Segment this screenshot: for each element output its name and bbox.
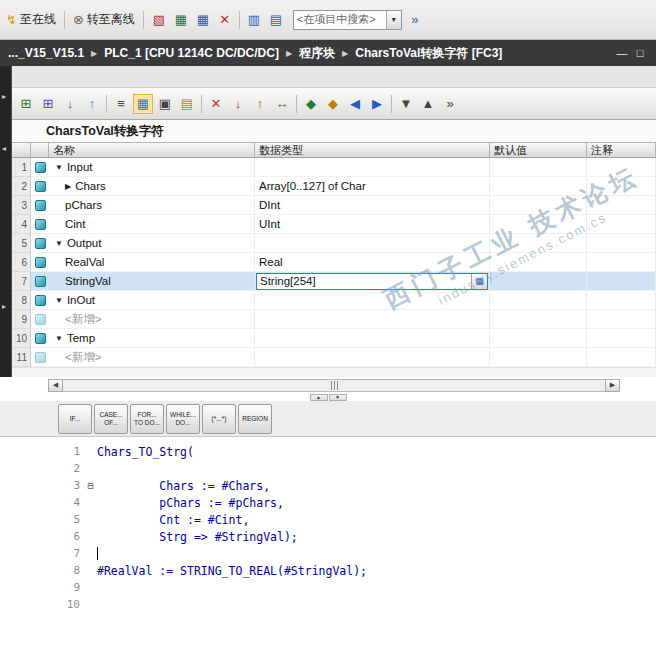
splitter-collapse-down-icon[interactable]: ▼ [329, 394, 347, 401]
default-value-cell[interactable] [490, 215, 587, 234]
table-row[interactable]: 10▼Temp [12, 329, 656, 348]
browse-type-button[interactable]: ▦ [471, 274, 487, 289]
synchronize-icon[interactable]: ↔ [272, 94, 292, 114]
go-offline-button[interactable]: ⊗ 转至离线 [70, 9, 138, 30]
data-type-cell[interactable]: String[254]▦ [255, 272, 490, 291]
expander-icon[interactable]: ▼ [55, 239, 63, 248]
breadcrumb-item[interactable]: ..._V15_V15.1 [8, 46, 84, 60]
diagnostics-icon[interactable]: ▧ [149, 10, 169, 30]
collapsed-pane-handle-top-icon[interactable]: ▸ [2, 92, 6, 101]
comment-cell[interactable] [587, 158, 656, 177]
data-type-cell[interactable]: Real [255, 253, 490, 272]
go-online-button[interactable]: ↯ 至在线 [3, 9, 59, 30]
comment-cell[interactable] [587, 253, 656, 272]
table-row[interactable]: 11<新增> [12, 348, 656, 367]
table-row[interactable]: 9<新增> [12, 310, 656, 329]
data-type-edit-box[interactable]: String[254]▦ [256, 273, 488, 290]
breadcrumb-item[interactable]: PLC_1 [CPU 1214C DC/DC/DC] [104, 46, 279, 60]
cancel-icon[interactable]: ✕ [215, 10, 235, 30]
code-line[interactable]: 7 [0, 545, 656, 562]
default-value-cell[interactable] [490, 272, 587, 291]
fold-collapse-icon[interactable]: ⊟ [84, 480, 97, 491]
comment-cell[interactable] [587, 177, 656, 196]
variable-name[interactable]: Input [67, 161, 93, 173]
variable-name[interactable]: <新增> [65, 312, 101, 327]
insert-row-icon[interactable]: ⊞ [38, 94, 58, 114]
collapsed-pane-handle-bottom-icon[interactable]: ▸ [2, 302, 6, 311]
variable-name[interactable]: <新增> [65, 350, 101, 365]
maximize-window-icon[interactable]: □ [632, 47, 648, 59]
code-line[interactable]: 6 Strg => #StringVal); [0, 528, 656, 545]
data-type-cell[interactable] [255, 158, 490, 177]
comment-cell[interactable] [587, 196, 656, 215]
comment-cell[interactable] [587, 215, 656, 234]
snippet-tab[interactable]: (*...*) [202, 404, 236, 434]
scroll-right-icon[interactable]: ▶ [605, 379, 620, 392]
download-to-device-icon[interactable]: ↓ [228, 94, 248, 114]
default-value-cell[interactable] [490, 329, 587, 348]
table-row[interactable]: 4CintUInt [12, 215, 656, 234]
data-type-cell[interactable] [255, 310, 490, 329]
minimize-window-icon[interactable]: — [614, 47, 630, 59]
default-value-cell[interactable] [490, 253, 587, 272]
scroll-left-icon[interactable]: ◀ [48, 379, 63, 392]
comment-cell[interactable] [587, 329, 656, 348]
project-search-input[interactable] [294, 11, 386, 29]
reset-values-icon[interactable]: ✕ [206, 94, 226, 114]
code-line[interactable]: 4 pChars := #pChars, [0, 494, 656, 511]
variable-name[interactable]: pChars [65, 199, 102, 211]
breadcrumb-item[interactable]: CharsToVal转换字符 [FC3] [355, 45, 502, 62]
expander-icon[interactable]: ▼ [55, 334, 63, 343]
search-dropdown-icon[interactable]: ▼ [386, 11, 401, 29]
default-value-cell[interactable] [490, 291, 587, 310]
search-next-icon[interactable]: » [405, 10, 425, 30]
table-row[interactable]: 8▼InOut [12, 291, 656, 310]
data-type-cell[interactable] [255, 348, 490, 367]
variable-name[interactable]: Cint [65, 218, 85, 230]
data-type-cell[interactable]: Array[0..127] of Char [255, 177, 490, 196]
expander-icon[interactable]: ▼ [55, 163, 63, 172]
comment-cell[interactable] [587, 310, 656, 329]
default-value-cell[interactable] [490, 158, 587, 177]
monitor-icon[interactable]: ◆ [301, 94, 321, 114]
variable-name[interactable]: Output [67, 237, 102, 249]
pane-splitter-grip[interactable] [331, 381, 338, 390]
table-row[interactable]: 3pCharsDInt [12, 196, 656, 215]
code-line[interactable]: 9 [0, 579, 656, 596]
table-row[interactable]: 6RealValReal [12, 253, 656, 272]
expand-networks-icon[interactable]: ▼ [396, 94, 416, 114]
code-line[interactable]: 5 Cnt := #Cint, [0, 511, 656, 528]
more-tools-icon[interactable]: » [440, 94, 460, 114]
breadcrumb-item[interactable]: 程序块 [299, 45, 335, 62]
variable-name[interactable]: InOut [67, 294, 95, 306]
add-row-icon[interactable]: ⊞ [16, 94, 36, 114]
comment-cell[interactable] [587, 291, 656, 310]
scrollbar-track[interactable] [63, 379, 605, 392]
comment-cell[interactable] [587, 272, 656, 291]
default-value-cell[interactable] [490, 177, 587, 196]
goto-previous-icon[interactable]: ◀ [345, 94, 365, 114]
variable-name[interactable]: Temp [67, 332, 95, 344]
splitter-collapse-up-icon[interactable]: ▲ [310, 394, 328, 401]
expand-all-icon[interactable]: ▦ [133, 94, 153, 114]
snippet-tab[interactable]: IF... [58, 404, 92, 434]
snapshot-icon[interactable]: ▣ [155, 94, 175, 114]
scl-code-editor[interactable]: 1Chars_TO_Strg(23⊟ Chars := #Chars,4 pCh… [0, 437, 656, 661]
default-value-cell[interactable] [490, 348, 587, 367]
table-row[interactable]: 5▼Output [12, 234, 656, 253]
download-start-values-icon[interactable]: ↓ [60, 94, 80, 114]
code-line[interactable]: 8#RealVal := STRING_TO_REAL(#StringVal); [0, 562, 656, 579]
default-value-cell[interactable] [490, 310, 587, 329]
variable-name[interactable]: StringVal [65, 275, 111, 287]
table-row[interactable]: 7StringValString[254]▦ [12, 272, 656, 291]
variable-name[interactable]: Chars [75, 180, 106, 192]
split-editor-horizontal-icon[interactable]: ▥ [244, 10, 264, 30]
code-line[interactable]: 10 [0, 596, 656, 613]
data-type-cell[interactable] [255, 329, 490, 348]
snippet-tab[interactable]: WHILE...DO... [166, 404, 200, 434]
split-editor-vertical-icon[interactable]: ▤ [266, 10, 286, 30]
upload-start-values-icon[interactable]: ↑ [82, 94, 102, 114]
start-simulation-icon[interactable]: ▦ [171, 10, 191, 30]
expander-icon[interactable]: ▼ [55, 296, 63, 305]
data-type-cell[interactable]: UInt [255, 215, 490, 234]
